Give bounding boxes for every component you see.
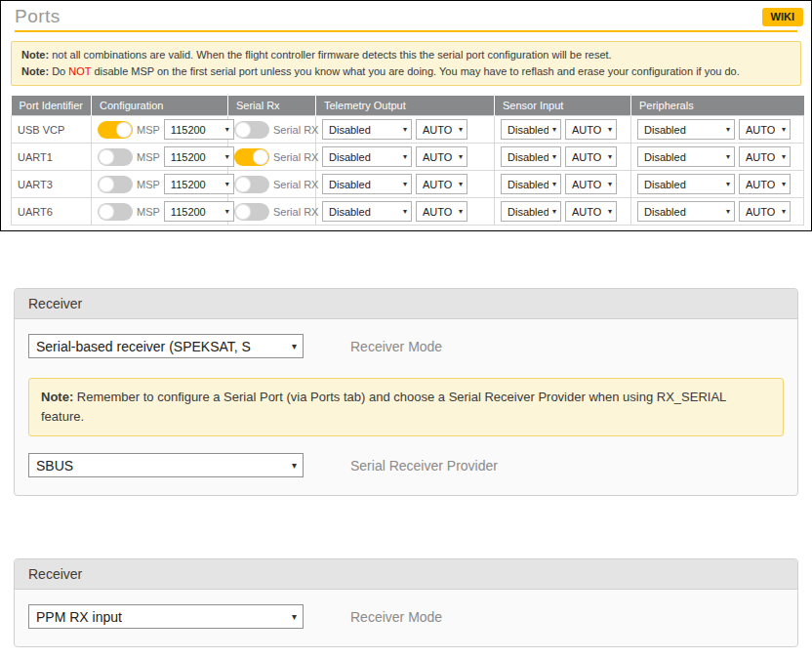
note-text: Do — [49, 65, 68, 77]
table-row-usb-vcp: USB VCP MSP 115200▾ Serial RX Disabled▾ … — [12, 116, 804, 144]
ports-note-line-1: Note: not all combinations are valid. Wh… — [21, 47, 791, 63]
sensor-baud-select[interactable]: AUTO▾ — [565, 174, 617, 194]
receiver-panel-body: Serial-based receiver (SPEKSAT, S▾ Recei… — [15, 319, 797, 495]
telemetry-baud-select[interactable]: AUTO▾ — [416, 119, 467, 140]
sensor-select[interactable]: Disabled▾ — [501, 146, 561, 167]
chevron-down-icon: ▾ — [782, 125, 786, 134]
chevron-down-icon: ▾ — [225, 207, 229, 216]
msp-baud-select[interactable]: 115200▾ — [164, 201, 234, 222]
msp-toggle[interactable] — [98, 176, 133, 193]
peripherals-baud-select[interactable]: AUTO▾ — [739, 119, 791, 140]
msp-label: MSP — [137, 151, 160, 163]
msp-toggle[interactable] — [98, 121, 133, 139]
telemetry-select[interactable]: Disabled▾ — [322, 119, 412, 140]
sensor-select[interactable]: Disabled▾ — [501, 119, 561, 140]
telemetry-select[interactable]: Disabled▾ — [322, 146, 412, 167]
telemetry-select[interactable]: Disabled▾ — [322, 201, 412, 222]
sensor-baud-select[interactable]: AUTO▾ — [565, 119, 617, 140]
chevron-down-icon: ▾ — [608, 125, 612, 134]
receiver-ppm-panel: Receiver PPM RX input▾ Receiver Mode — [14, 558, 798, 647]
wiki-button[interactable]: WIKI — [762, 8, 803, 26]
toggle-knob — [235, 122, 251, 138]
serial-rx-label: Serial RX — [273, 151, 318, 163]
chevron-down-icon: ▾ — [225, 180, 229, 188]
note-text: Remember to configure a Serial Port (via… — [41, 390, 726, 424]
receiver-panel-body: PPM RX input▾ Receiver Mode — [15, 590, 797, 646]
peripherals-select[interactable]: Disabled▾ — [637, 201, 735, 222]
chevron-down-icon: ▾ — [608, 180, 612, 188]
telemetry-select[interactable]: Disabled▾ — [322, 174, 412, 194]
sensor-select[interactable]: Disabled▾ — [501, 201, 561, 222]
port-identifier: UART1 — [12, 144, 92, 171]
port-identifier: UART3 — [12, 171, 92, 198]
ports-note-line-2: Note: Do NOT disable MSP on the first se… — [21, 63, 791, 80]
serial-receiver-provider-select[interactable]: SBUS▾ — [28, 453, 304, 477]
col-header-configuration: Configuration — [92, 96, 228, 116]
chevron-down-icon: ▾ — [552, 207, 556, 216]
peripherals-baud-select[interactable]: AUTO▾ — [739, 174, 791, 194]
ports-panel: Ports WIKI Note: not all combinations ar… — [0, 0, 812, 231]
note-text: not all combinations are valid. When the… — [49, 49, 612, 61]
chevron-down-icon: ▾ — [782, 180, 786, 188]
msp-toggle[interactable] — [98, 148, 133, 166]
serial-rx-label: Serial RX — [273, 206, 318, 218]
note-label: Note: — [41, 390, 73, 404]
table-row-uart6: UART6 MSP 115200▾ Serial RX Disabled▾ AU… — [12, 198, 804, 226]
table-header-row: Port Identifier Configuration Serial Rx … — [12, 96, 804, 116]
chevron-down-icon: ▾ — [552, 125, 556, 134]
peripherals-select[interactable]: Disabled▾ — [637, 146, 735, 167]
serial-rx-toggle[interactable] — [234, 148, 269, 166]
receiver-serial-panel: Receiver Serial-based receiver (SPEKSAT,… — [14, 288, 798, 496]
col-header-telemetry-output: Telemetry Output — [316, 96, 495, 116]
col-header-serial-rx: Serial Rx — [228, 96, 316, 116]
col-header-peripherals: Peripherals — [631, 96, 804, 116]
port-identifier: UART6 — [12, 198, 92, 226]
msp-baud-select[interactable]: 115200▾ — [164, 174, 234, 194]
chevron-down-icon: ▾ — [726, 125, 730, 134]
serial-rx-label: Serial RX — [273, 179, 318, 190]
page-title: Ports — [15, 6, 61, 27]
sensor-baud-select[interactable]: AUTO▾ — [565, 146, 617, 167]
chevron-down-icon: ▾ — [292, 611, 297, 622]
serial-receiver-note-box: Note: Remember to configure a Serial Por… — [28, 378, 784, 436]
telemetry-baud-select[interactable]: AUTO▾ — [416, 174, 467, 194]
msp-baud-select[interactable]: 115200▾ — [164, 119, 234, 140]
receiver-panel-title: Receiver — [15, 559, 797, 590]
telemetry-baud-select[interactable]: AUTO▾ — [416, 201, 467, 222]
peripherals-select[interactable]: Disabled▾ — [637, 119, 735, 140]
msp-label: MSP — [137, 124, 160, 136]
msp-toggle[interactable] — [98, 203, 133, 221]
serial-rx-toggle[interactable] — [234, 121, 269, 139]
sensor-select[interactable]: Disabled▾ — [501, 174, 561, 194]
msp-label: MSP — [137, 206, 160, 218]
chevron-down-icon: ▾ — [459, 180, 463, 188]
sensor-baud-select[interactable]: AUTO▾ — [565, 201, 617, 222]
chevron-down-icon: ▾ — [552, 152, 556, 161]
chevron-down-icon: ▾ — [403, 207, 407, 216]
serial-receiver-provider-label: Serial Receiver Provider — [350, 458, 498, 474]
peripherals-select[interactable]: Disabled▾ — [637, 174, 735, 194]
receiver-mode-select[interactable]: PPM RX input▾ — [28, 604, 304, 629]
ports-note-box: Note: not all combinations are valid. Wh… — [11, 41, 801, 86]
table-row-uart1: UART1 MSP 115200▾ Serial RX Disabled▾ AU… — [12, 144, 804, 171]
chevron-down-icon: ▾ — [608, 152, 612, 161]
serial-rx-toggle[interactable] — [234, 203, 269, 221]
chevron-down-icon: ▾ — [292, 341, 297, 351]
telemetry-baud-select[interactable]: AUTO▾ — [416, 146, 467, 167]
chevron-down-icon: ▾ — [726, 180, 730, 188]
serial-rx-label: Serial RX — [273, 124, 318, 136]
toggle-knob — [235, 204, 251, 220]
note-warning-text: NOT — [68, 65, 91, 77]
receiver-mode-select[interactable]: Serial-based receiver (SPEKSAT, S▾ — [28, 334, 304, 358]
note-text: disable MSP on the first serial port unl… — [91, 65, 739, 77]
note-label: Note: — [21, 65, 49, 77]
chevron-down-icon: ▾ — [292, 460, 297, 471]
title-underline — [15, 30, 797, 32]
msp-baud-select[interactable]: 115200▾ — [164, 146, 234, 167]
peripherals-baud-select[interactable]: AUTO▾ — [739, 146, 791, 167]
ports-header: Ports WIKI — [1, 1, 811, 27]
receiver-mode-label: Receiver Mode — [350, 609, 442, 625]
serial-rx-toggle[interactable] — [234, 176, 269, 193]
chevron-down-icon: ▾ — [459, 152, 463, 161]
peripherals-baud-select[interactable]: AUTO▾ — [739, 201, 791, 222]
